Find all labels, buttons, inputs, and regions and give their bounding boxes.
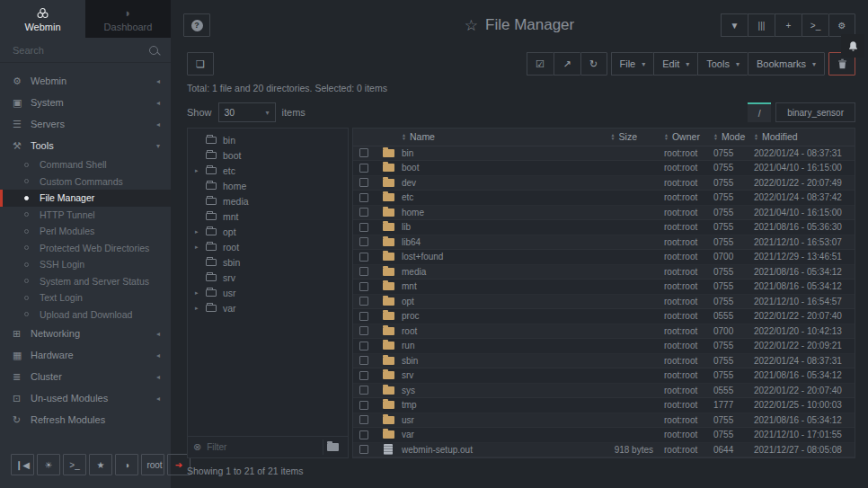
table-row[interactable]: tmp root:root 1777 2022/01/25 - 10:00:03 xyxy=(353,398,855,413)
toolbar-menu-button[interactable]: Bookmarks ▾ xyxy=(748,52,825,75)
table-row[interactable]: root root:root 0700 2022/01/20 - 10:42:1… xyxy=(353,324,855,340)
sort-icon[interactable]: ▲▼ xyxy=(664,133,669,140)
sidebar-menu-item[interactable]: ⚒ Tools ▾ xyxy=(0,135,171,156)
row-name[interactable]: tmp xyxy=(402,400,574,410)
toolbar-menu-button[interactable]: Tools ▾ xyxy=(697,52,748,75)
row-checkbox[interactable] xyxy=(359,386,368,395)
row-name[interactable]: etc xyxy=(402,192,574,202)
row-checkbox[interactable] xyxy=(359,371,368,380)
row-name[interactable]: lib64 xyxy=(402,237,574,247)
row-checkbox[interactable] xyxy=(359,297,368,306)
sidebar-menu-item[interactable]: ▣ System ◂ xyxy=(0,92,171,113)
sidebar-submenu-item[interactable]: HTTP Tunnel xyxy=(0,207,171,224)
sidebar-menu-item[interactable]: ↻ Refresh Modules xyxy=(0,409,171,430)
row-name[interactable]: run xyxy=(402,341,574,350)
row-name[interactable]: dev xyxy=(402,178,574,188)
tree-item[interactable]: ▸ bin xyxy=(188,132,348,147)
row-name[interactable]: lost+found xyxy=(402,252,574,262)
column-modified[interactable]: ▲▼Modified xyxy=(754,131,855,142)
tab-dashboard[interactable]: ◗ Dashboard xyxy=(85,0,171,38)
row-checkbox[interactable] xyxy=(359,267,368,276)
column-size[interactable]: ▲▼Size xyxy=(574,131,664,142)
tree-expand-icon[interactable]: ▸ xyxy=(195,244,204,251)
row-name[interactable]: webmin-setup.out xyxy=(402,445,574,455)
tree-expand-icon[interactable]: ▸ xyxy=(195,228,204,235)
table-row[interactable]: sbin root:root 0755 2022/01/24 - 08:37:3… xyxy=(353,354,855,369)
table-row[interactable]: run root:root 0755 2022/01/22 - 20:09:21 xyxy=(353,339,855,354)
tree-item[interactable]: ▸ srv xyxy=(188,270,348,285)
table-row[interactable]: proc root:root 0555 2022/01/22 - 20:07:4… xyxy=(353,309,855,324)
row-name[interactable]: opt xyxy=(402,297,574,306)
row-name[interactable]: mnt xyxy=(402,281,574,291)
sort-icon[interactable]: ▲▼ xyxy=(754,133,758,140)
table-row[interactable]: webmin-setup.out 918 bytes root:root 064… xyxy=(353,443,855,458)
tree-item[interactable]: ▸ opt xyxy=(188,224,348,239)
toolbar-action-button[interactable]: ↗ xyxy=(554,52,580,75)
toolbar-action-button[interactable]: ↻ xyxy=(580,52,607,75)
sidebar-menu-item[interactable]: ⊞ Networking ◂ xyxy=(0,323,171,344)
row-checkbox[interactable] xyxy=(359,312,368,321)
tree-expand-icon[interactable]: ▸ xyxy=(195,305,204,312)
table-row[interactable]: usr root:root 0755 2021/08/16 - 05:34:12 xyxy=(353,413,855,429)
favorite-star-icon[interactable]: ☆ xyxy=(465,16,478,35)
row-checkbox[interactable] xyxy=(359,237,368,246)
tree-folder-button[interactable] xyxy=(323,439,342,455)
sidebar-submenu-item[interactable]: System and Server Status xyxy=(0,273,171,290)
sidebar-menu-item[interactable]: ≣ Cluster ◂ xyxy=(0,366,171,387)
notifications-button[interactable] xyxy=(841,34,864,58)
row-name[interactable]: var xyxy=(402,430,574,439)
row-name[interactable]: proc xyxy=(402,311,574,321)
toolbar-menu-button[interactable]: File ▾ xyxy=(611,52,654,75)
favorites-button[interactable]: ★ xyxy=(89,454,112,475)
help-button[interactable]: ? xyxy=(183,13,210,37)
toolbar-menu-button[interactable]: Edit ▾ xyxy=(653,52,697,75)
row-checkbox[interactable] xyxy=(359,223,368,232)
column-owner[interactable]: ▲▼Owner xyxy=(664,131,713,142)
sidebar-menu-item[interactable]: ⚙ Webmin ◂ xyxy=(0,70,171,92)
table-row[interactable]: bin root:root 0755 2022/01/24 - 08:37:31 xyxy=(353,146,855,162)
sidebar-submenu-item[interactable]: Upload and Download xyxy=(0,306,171,324)
terminal-button[interactable]: >_ xyxy=(63,454,86,475)
row-checkbox[interactable] xyxy=(359,415,368,424)
table-row[interactable]: etc root:root 0755 2022/01/24 - 08:37:42 xyxy=(353,191,855,206)
table-row[interactable]: home root:root 0755 2021/04/10 - 16:15:0… xyxy=(353,206,855,221)
row-name[interactable]: sys xyxy=(402,386,574,395)
row-name[interactable]: lib xyxy=(402,222,574,232)
row-checkbox[interactable] xyxy=(359,445,368,454)
sort-icon[interactable]: ▲▼ xyxy=(713,133,718,140)
row-name[interactable]: boot xyxy=(402,163,574,173)
user-button[interactable]: root xyxy=(141,454,164,475)
row-checkbox[interactable] xyxy=(359,282,368,291)
tree-item[interactable]: ▸ etc xyxy=(188,163,348,178)
table-row[interactable]: sys root:root 0555 2022/01/22 - 20:07:40 xyxy=(353,384,855,399)
row-checkbox[interactable] xyxy=(359,164,368,173)
search-input[interactable] xyxy=(13,45,149,56)
table-row[interactable]: mnt root:root 0755 2021/08/16 - 05:34:12 xyxy=(353,279,855,295)
sidebar-menu-item[interactable]: ☰ Servers ◂ xyxy=(0,113,171,135)
sidebar-submenu-item[interactable]: Custom Commands xyxy=(0,173,171,191)
tree-expand-icon[interactable]: ▸ xyxy=(195,167,204,174)
row-checkbox[interactable] xyxy=(359,178,368,187)
tree-item[interactable]: ▸ boot xyxy=(188,147,348,163)
sidebar-submenu-item[interactable]: Text Login xyxy=(0,289,171,306)
table-row[interactable]: lib root:root 0755 2021/08/16 - 05:36:30 xyxy=(353,220,855,235)
tree-item[interactable]: ▸ var xyxy=(188,300,348,315)
table-row[interactable]: lib64 root:root 0755 2021/12/10 - 16:53:… xyxy=(353,235,855,251)
table-row[interactable]: var root:root 0755 2021/12/10 - 17:01:55 xyxy=(353,428,855,443)
row-checkbox[interactable] xyxy=(359,356,368,365)
collapse-sidebar-button[interactable]: ❙◀ xyxy=(11,454,34,475)
row-name[interactable]: home xyxy=(402,208,574,217)
page-size-select[interactable]: 30 ▾ xyxy=(218,102,276,122)
sidebar-submenu-item[interactable]: SSH Login xyxy=(0,256,171,273)
sidebar-submenu-item[interactable]: Protected Web Directories xyxy=(0,240,171,257)
column-mode[interactable]: ▲▼Mode xyxy=(713,131,754,142)
row-name[interactable]: bin xyxy=(402,148,574,158)
table-row[interactable]: media root:root 0755 2021/08/16 - 05:34:… xyxy=(353,265,855,280)
tab-webmin[interactable]: Webmin xyxy=(0,0,85,38)
breadcrumb-root[interactable]: / xyxy=(748,102,771,122)
sort-icon[interactable]: ▲▼ xyxy=(402,133,406,140)
table-row[interactable]: dev root:root 0755 2022/01/22 - 20:07:49 xyxy=(353,176,855,191)
row-checkbox[interactable] xyxy=(359,430,368,439)
header-action-button[interactable]: + xyxy=(775,13,802,37)
header-action-button[interactable]: >_ xyxy=(802,13,828,37)
